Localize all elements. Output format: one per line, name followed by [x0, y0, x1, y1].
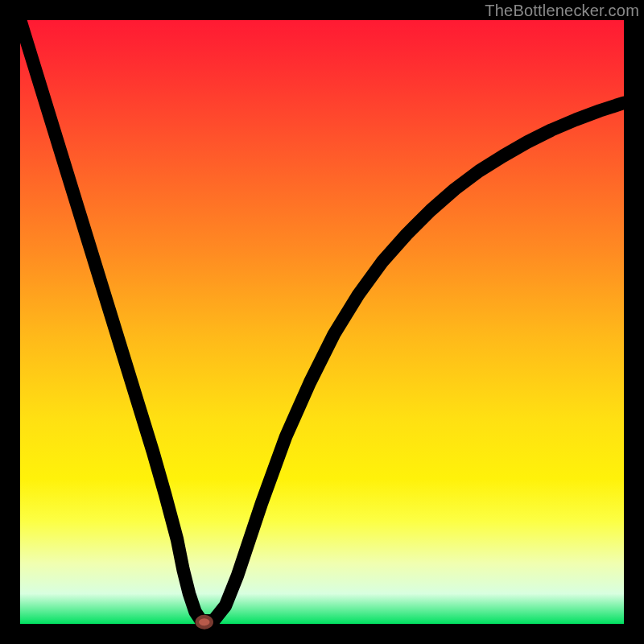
plot-area — [20, 20, 624, 624]
chart-frame: TheBottlenecker.com — [0, 0, 644, 644]
watermark-text: TheBottlenecker.com — [485, 2, 639, 20]
bottleneck-curve — [20, 20, 624, 621]
chart-svg — [20, 20, 624, 624]
optimum-marker — [197, 617, 212, 628]
